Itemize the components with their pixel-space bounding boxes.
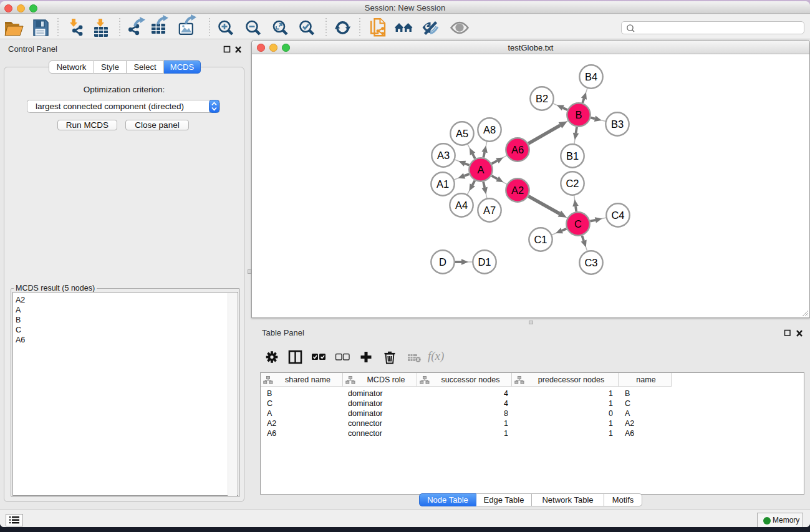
svg-text:A2: A2 <box>511 185 524 196</box>
svg-text:A3: A3 <box>437 150 450 161</box>
svg-text:C2: C2 <box>566 178 579 189</box>
svg-text:B4: B4 <box>585 71 597 82</box>
svg-text:B: B <box>575 109 582 120</box>
svg-text:A7: A7 <box>483 205 496 216</box>
svg-text:C3: C3 <box>584 257 597 268</box>
svg-text:C: C <box>574 218 582 230</box>
svg-text:B3: B3 <box>611 118 624 130</box>
svg-text:B2: B2 <box>536 93 548 104</box>
svg-text:A: A <box>477 164 484 175</box>
svg-text:A6: A6 <box>511 144 524 155</box>
svg-text:D: D <box>439 256 446 268</box>
svg-text:C1: C1 <box>534 234 547 245</box>
svg-text:A1: A1 <box>436 178 449 190</box>
svg-text:D1: D1 <box>478 256 491 268</box>
svg-text:A8: A8 <box>483 124 496 135</box>
svg-text:A4: A4 <box>455 200 468 211</box>
svg-text:A5: A5 <box>456 128 468 139</box>
svg-text:B1: B1 <box>566 150 579 162</box>
svg-text:C4: C4 <box>611 210 624 221</box>
